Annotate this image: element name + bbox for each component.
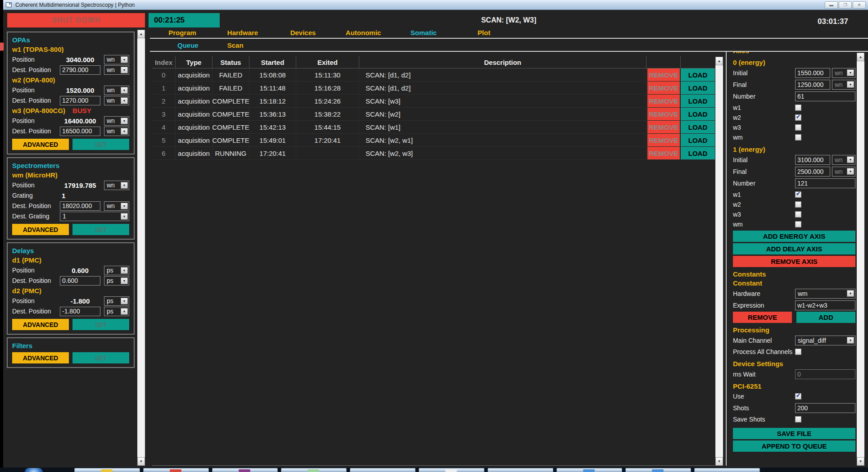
- wm-checkbox[interactable]: [795, 221, 801, 227]
- load-button[interactable]: LOAD: [681, 134, 715, 146]
- units-select[interactable]: wn▼: [104, 86, 129, 95]
- units-select[interactable]: ps▼: [104, 296, 129, 306]
- load-button[interactable]: LOAD: [681, 121, 715, 133]
- add-delay-axis-button[interactable]: ADD DELAY AXIS: [733, 243, 855, 254]
- remove-axis-button[interactable]: REMOVE AXIS: [733, 256, 855, 267]
- process-all-channels-checkbox[interactable]: [795, 349, 801, 355]
- set-button[interactable]: SET: [72, 224, 129, 235]
- scroll-down-icon[interactable]: ▼: [715, 457, 723, 466]
- taskbar-item-app-plain2[interactable]: [488, 468, 553, 472]
- taskbar-item-app-white[interactable]: [419, 468, 484, 472]
- units-select[interactable]: wn▼: [104, 65, 129, 75]
- add-energy-axis-button[interactable]: ADD ENERGY AXIS: [733, 231, 855, 242]
- dest-position-input[interactable]: [60, 127, 100, 136]
- dest-position-input[interactable]: [60, 276, 100, 286]
- advanced-button[interactable]: ADVANCED: [12, 319, 69, 330]
- tab-devices[interactable]: Devices: [273, 29, 333, 36]
- remove-button[interactable]: REMOVE: [646, 147, 681, 159]
- scroll-down-icon[interactable]: ▼: [857, 457, 864, 466]
- units-select[interactable]: wn▼: [104, 127, 129, 136]
- load-button[interactable]: LOAD: [681, 147, 715, 159]
- w1-checkbox[interactable]: [795, 104, 801, 111]
- dest-position-input[interactable]: [60, 65, 100, 75]
- w2-checkbox[interactable]: [795, 201, 801, 208]
- dest-position-input[interactable]: [60, 307, 100, 316]
- tab-somatic[interactable]: Somatic: [393, 29, 454, 36]
- advanced-button[interactable]: ADVANCED: [12, 139, 69, 150]
- units-select[interactable]: wn▼: [104, 116, 129, 126]
- main-channel-select[interactable]: signal_diff▼: [795, 336, 855, 345]
- shots-input[interactable]: [795, 403, 855, 413]
- scroll-down-icon[interactable]: ▼: [137, 457, 145, 466]
- sidebar-scrollbar[interactable]: ▲ ▼: [137, 30, 145, 466]
- remove-button[interactable]: REMOVE: [646, 121, 681, 133]
- number-input[interactable]: [795, 178, 855, 188]
- w3-checkbox[interactable]: [795, 211, 801, 218]
- remove-button[interactable]: REMOVE: [646, 108, 681, 120]
- w2-checkbox[interactable]: [795, 114, 801, 121]
- tab-autonomic[interactable]: Autonomic: [333, 29, 393, 36]
- ms-wait-input[interactable]: [795, 369, 855, 379]
- tab-program[interactable]: Program: [152, 29, 212, 36]
- initial-input[interactable]: [795, 155, 830, 165]
- hardware-select[interactable]: wm▼: [795, 289, 855, 299]
- advanced-button[interactable]: ADVANCED: [12, 352, 69, 363]
- final-input[interactable]: [795, 80, 830, 90]
- taskbar-item-app-plain3[interactable]: [694, 468, 760, 472]
- save-file-button[interactable]: SAVE FILE: [733, 428, 855, 439]
- taskbar-item-media-red[interactable]: [143, 468, 209, 472]
- remove-constant-button[interactable]: REMOVE: [733, 312, 792, 323]
- minimize-icon[interactable]: ▬: [825, 1, 838, 9]
- units-select[interactable]: ps▼: [104, 276, 129, 286]
- remove-button[interactable]: REMOVE: [646, 68, 681, 81]
- windows-taskbar[interactable]: [0, 467, 868, 472]
- remove-button[interactable]: REMOVE: [646, 134, 681, 146]
- dest-position-input[interactable]: [60, 201, 100, 211]
- units-select[interactable]: ps▼: [104, 266, 129, 275]
- queue-scrollbar[interactable]: ▲ ▼: [715, 57, 723, 466]
- expression-input[interactable]: [795, 300, 855, 310]
- w3-checkbox[interactable]: [795, 124, 801, 131]
- dest-position-input[interactable]: [60, 96, 100, 105]
- number-input[interactable]: [795, 91, 855, 101]
- scroll-up-icon[interactable]: ▲: [137, 30, 145, 38]
- tab-queue[interactable]: Queue: [177, 41, 199, 49]
- close-icon[interactable]: ✕: [853, 1, 866, 9]
- restore-icon[interactable]: ❐: [839, 1, 852, 9]
- wm-checkbox[interactable]: [795, 134, 801, 141]
- taskbar-item-app-plain[interactable]: [350, 468, 416, 472]
- units-select[interactable]: wn▼: [104, 181, 129, 190]
- scroll-up-icon[interactable]: ▲: [857, 53, 864, 61]
- tab-plot[interactable]: Plot: [454, 29, 514, 36]
- add-constant-button[interactable]: ADD: [796, 312, 855, 323]
- remove-button[interactable]: REMOVE: [646, 95, 681, 107]
- load-button[interactable]: LOAD: [681, 108, 715, 120]
- w1-checkbox[interactable]: [795, 191, 801, 198]
- advanced-button[interactable]: ADVANCED: [12, 224, 69, 235]
- units-select[interactable]: ps▼: [104, 307, 129, 316]
- units-select[interactable]: wn▼: [832, 167, 855, 177]
- taskbar-item-window-blue[interactable]: [556, 468, 622, 472]
- taskbar-item-app-green[interactable]: [281, 468, 347, 472]
- final-input[interactable]: [795, 167, 830, 177]
- load-button[interactable]: LOAD: [681, 68, 715, 81]
- tab-hardware[interactable]: Hardware: [212, 29, 273, 36]
- set-button[interactable]: SET: [72, 352, 129, 363]
- remove-button[interactable]: REMOVE: [646, 82, 681, 94]
- append-to-queue-button[interactable]: APPEND TO QUEUE: [733, 440, 855, 452]
- initial-input[interactable]: [795, 68, 830, 78]
- settings-scrollbar[interactable]: ▲ ▼: [857, 53, 864, 466]
- start-orb-icon[interactable]: [25, 468, 43, 472]
- taskbar-item-folder-yellow[interactable]: [74, 468, 140, 472]
- tab-scan[interactable]: Scan: [227, 41, 244, 49]
- scroll-up-icon[interactable]: ▲: [715, 57, 723, 65]
- load-button[interactable]: LOAD: [681, 95, 715, 107]
- set-button[interactable]: SET: [72, 139, 129, 150]
- units-select[interactable]: wn▼: [832, 155, 855, 165]
- units-select[interactable]: wn▼: [104, 201, 129, 211]
- units-select[interactable]: wn▼: [832, 80, 855, 90]
- units-select[interactable]: wn▼: [104, 55, 129, 64]
- shutdown-button[interactable]: SHUT DOWN: [7, 13, 145, 27]
- units-select[interactable]: wn▼: [104, 96, 129, 105]
- set-button[interactable]: SET: [72, 319, 129, 330]
